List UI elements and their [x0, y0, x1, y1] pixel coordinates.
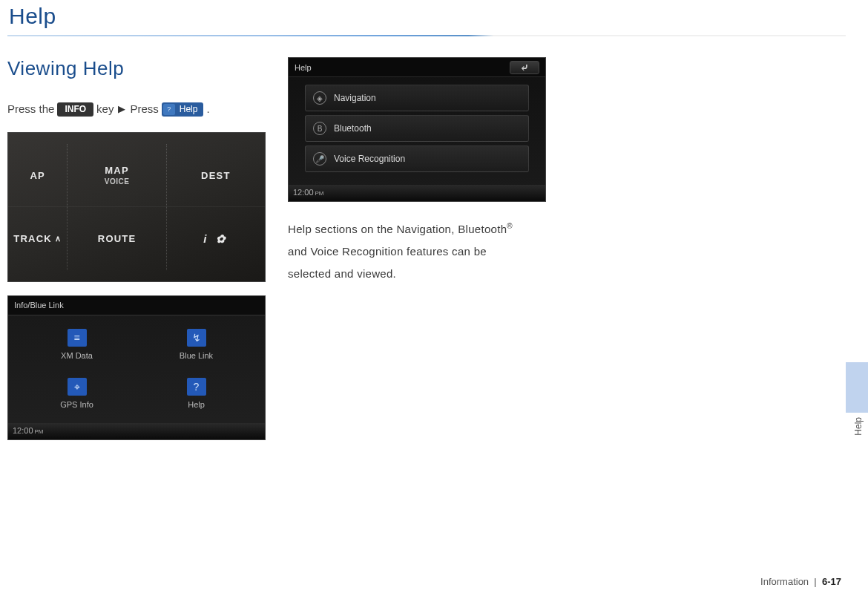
footer-section: Information [760, 576, 809, 587]
hw-btn-map-voice: MAPVOICE [68, 144, 166, 206]
back-icon: ⤶ [510, 61, 539, 74]
hw-label: DEST [201, 170, 230, 181]
tile-label: XM Data [61, 351, 93, 360]
help-screen-footer: 12:00PM [289, 185, 545, 201]
page-title: Help [7, 4, 846, 29]
instruction-suffix: . [206, 101, 209, 117]
left-column: Viewing Help Press the INFO key ▶ Press … [7, 57, 267, 454]
tile-gps-info: ⌖ GPS Info [17, 378, 137, 409]
help-mini-icon: ? [163, 104, 175, 115]
tile-label: Blue Link [180, 351, 213, 360]
tile-label: GPS Info [60, 400, 93, 409]
instruction-mid1: key [96, 101, 114, 117]
footer-separator: | [814, 576, 816, 587]
help-list-screenshot: Help ⤶ ◈ Navigation B Bluetooth 🎤 Voice … [288, 57, 546, 202]
hw-row-bottom: TRACK ∧ ROUTE i ✿ [8, 207, 265, 270]
hw-sublabel: VOICE [105, 177, 130, 186]
info-key-badge: INFO [57, 102, 93, 117]
instruction-mid2: Press [130, 101, 158, 117]
hw-btn-info-settings: i ✿ [167, 207, 265, 270]
clock-time: 12:00 [13, 426, 33, 435]
help-item-label: Bluetooth [334, 123, 372, 134]
body-text: Help sections on the Navigation, Bluetoo… [288, 215, 548, 285]
clock-ampm: PM [35, 428, 44, 435]
tile-help: ? Help [137, 378, 256, 409]
voice-icon: 🎤 [313, 152, 326, 166]
hw-btn-dest: DEST [167, 144, 265, 206]
hardware-panel-screenshot: AP MAPVOICE DEST TRACK ∧ ROUTE i ✿ [7, 132, 266, 282]
tile-label: Help [188, 400, 205, 409]
hw-btn-ap: AP [8, 144, 68, 206]
hw-row-top: AP MAPVOICE DEST [8, 144, 265, 207]
instruction-prefix: Press the [7, 101, 54, 117]
body-line-2: and Voice Recognition features can be [288, 245, 487, 258]
bluetooth-icon: B [313, 122, 326, 135]
help-item-label: Voice Recognition [334, 154, 405, 164]
hw-label: TRACK ∧ [13, 233, 62, 244]
section-title: Viewing Help [7, 57, 267, 80]
info-settings-icon: i ✿ [203, 232, 228, 246]
body-line-3: selected and viewed. [288, 267, 396, 280]
clock-ampm: PM [315, 190, 324, 197]
clock-time: 12:00 [293, 188, 314, 197]
help-list: ◈ Navigation B Bluetooth 🎤 Voice Recogni… [289, 77, 545, 183]
tile-xm-data: ≡ XM Data [17, 329, 137, 360]
body-line-1a: Help sections on the Navigation, Bluetoo… [288, 223, 507, 235]
help-item-voice: 🎤 Voice Recognition [305, 145, 529, 172]
help-screen-header: Help ⤶ [289, 58, 545, 77]
hw-label: MAP [105, 165, 129, 176]
title-underline [7, 35, 846, 36]
hw-btn-track: TRACK ∧ [8, 207, 68, 270]
registered-symbol: ® [507, 222, 513, 230]
hw-label: AP [30, 170, 45, 181]
tile-blue-link: ↯ Blue Link [137, 329, 256, 360]
footer-page: 6-17 [822, 576, 841, 587]
help-tile-icon: ? [187, 378, 206, 396]
help-item-bluetooth: B Bluetooth [305, 115, 529, 142]
hw-btn-route: ROUTE [68, 207, 166, 270]
navigation-icon: ◈ [313, 91, 326, 105]
help-badge-label: Help [180, 101, 198, 117]
help-header-title: Help [295, 63, 312, 72]
instruction-line: Press the INFO key ▶ Press ? Help . [7, 101, 267, 117]
info-screen-footer: 12:00PM [8, 423, 265, 439]
gps-info-icon: ⌖ [68, 378, 87, 396]
hw-label: ROUTE [98, 233, 137, 244]
help-item-navigation: ◈ Navigation [305, 85, 529, 111]
help-button-badge: ? Help [162, 102, 204, 117]
info-bluelink-screenshot: Info/Blue Link ≡ XM Data ↯ Blue Link ⌖ G… [7, 295, 266, 440]
side-tab-label: Help [853, 417, 864, 436]
arrow-icon: ▶ [118, 101, 125, 117]
tile-grid: ≡ XM Data ↯ Blue Link ⌖ GPS Info ? Help [8, 315, 265, 415]
side-tab-highlight [846, 362, 868, 413]
xm-data-icon: ≡ [68, 329, 87, 347]
info-screen-header: Info/Blue Link [8, 296, 265, 315]
blue-link-icon: ↯ [187, 329, 206, 347]
content-columns: Viewing Help Press the INFO key ▶ Press … [7, 57, 846, 454]
page-footer: Information | 6-17 [760, 576, 841, 587]
right-column: Help ⤶ ◈ Navigation B Bluetooth 🎤 Voice … [288, 57, 548, 454]
help-item-label: Navigation [334, 93, 376, 103]
